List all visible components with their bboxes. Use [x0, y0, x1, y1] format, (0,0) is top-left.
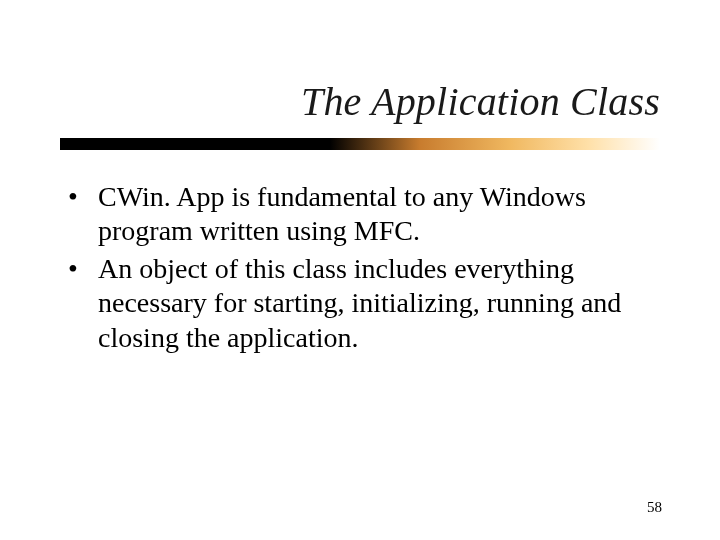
title-underline — [60, 138, 660, 152]
slide-title: The Application Class — [60, 78, 660, 125]
slide: The Application Class CWin. App is funda… — [0, 0, 720, 540]
slide-body: CWin. App is fundamental to any Windows … — [60, 180, 660, 359]
bullet-text: An object of this class includes everyth… — [98, 253, 621, 352]
gradient-rule — [60, 138, 660, 150]
list-item: An object of this class includes everyth… — [60, 252, 660, 354]
bullet-list: CWin. App is fundamental to any Windows … — [60, 180, 660, 355]
page-number: 58 — [647, 499, 662, 516]
list-item: CWin. App is fundamental to any Windows … — [60, 180, 660, 248]
bullet-text: CWin. App is fundamental to any Windows … — [98, 181, 586, 246]
